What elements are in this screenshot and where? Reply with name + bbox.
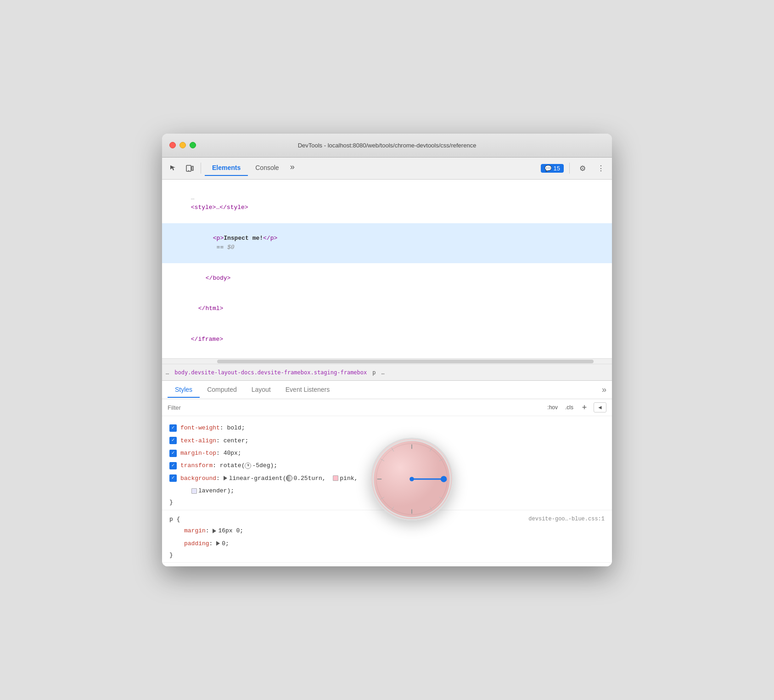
html-line-p[interactable]: <p>Inspect me!</p> == $0 bbox=[162, 223, 612, 263]
clock-svg bbox=[372, 438, 452, 520]
gear-icon: ⚙ bbox=[579, 164, 586, 173]
closing-brace-2: } bbox=[162, 550, 612, 560]
tab-styles[interactable]: Styles bbox=[168, 382, 200, 398]
checkbox-font-weight[interactable] bbox=[169, 424, 177, 432]
html-line-dots: … <style>…</style> bbox=[162, 183, 612, 223]
toolbar-more-tabs[interactable]: » bbox=[286, 160, 298, 176]
inspect-icon[interactable] bbox=[166, 161, 180, 175]
html-line-iframe: </iframe> bbox=[162, 324, 612, 355]
maximize-button[interactable] bbox=[190, 142, 196, 148]
chat-icon: 💬 bbox=[544, 165, 552, 172]
device-mode-icon[interactable] bbox=[182, 161, 197, 175]
collapse-button[interactable]: ◄ bbox=[594, 402, 606, 412]
title-bar: DevTools - localhost:8080/web/tools/chro… bbox=[162, 134, 612, 158]
color-swatch-lavender[interactable] bbox=[191, 488, 197, 494]
prop-value-font-weight[interactable]: bold bbox=[227, 423, 241, 433]
prop-value-margin-top[interactable]: 40px bbox=[224, 448, 238, 458]
notification-badge[interactable]: 💬 15 bbox=[541, 164, 564, 173]
prop-value-transform[interactable]: rotate(-5deg) bbox=[220, 460, 274, 471]
html-line-body: </body> bbox=[162, 263, 612, 294]
prop-name-text-align: text-align bbox=[180, 435, 216, 446]
html-panel: … <style>…</style> <p>Inspect me!</p> ==… bbox=[162, 180, 612, 359]
checkbox-transform[interactable] bbox=[169, 462, 177, 469]
color-swatch-pink[interactable] bbox=[333, 475, 338, 481]
tab-elements[interactable]: Elements bbox=[205, 160, 248, 176]
checkbox-margin-top[interactable] bbox=[169, 450, 177, 457]
rule2-selector: p { bbox=[169, 514, 180, 525]
html-line-html: </html> bbox=[162, 294, 612, 324]
notification-count: 15 bbox=[554, 165, 560, 172]
svg-point-18 bbox=[409, 477, 414, 482]
filter-bar: :hov .cls + ◄ bbox=[162, 399, 612, 416]
property-padding: padding : 0 ; bbox=[162, 537, 612, 550]
devtools-window: DevTools - localhost:8080/web/tools/chro… bbox=[162, 134, 612, 567]
checkbox-background[interactable] bbox=[169, 474, 177, 482]
more-options-button[interactable]: ⋮ bbox=[594, 161, 608, 175]
prop-name-font-weight: font-weight bbox=[180, 423, 220, 433]
prop-value-background[interactable]: linear-gradient(0.25turn, pink, bbox=[229, 473, 358, 484]
breadcrumb-more[interactable]: … bbox=[381, 369, 385, 376]
traffic-lights bbox=[169, 142, 196, 148]
svg-rect-1 bbox=[192, 166, 193, 170]
tab-console[interactable]: Console bbox=[248, 160, 286, 176]
breadcrumb-body[interactable]: body.devsite-layout-docs.devsite-framebo… bbox=[173, 368, 369, 377]
rule2-source-link[interactable]: devsite-goo…-blue.css:1 bbox=[528, 514, 605, 525]
tab-computed[interactable]: Computed bbox=[200, 382, 244, 398]
styles-tab-more[interactable]: » bbox=[602, 385, 606, 395]
filter-input[interactable] bbox=[168, 404, 542, 411]
html-scrollbar[interactable] bbox=[162, 359, 612, 364]
prop-value-lavender: lavender) bbox=[198, 485, 230, 496]
svg-point-2 bbox=[188, 170, 189, 171]
prop-value-padding[interactable]: 0 bbox=[222, 538, 225, 549]
clock-icon-inline[interactable] bbox=[245, 463, 251, 469]
breadcrumb-bar: … body.devsite-layout-docs.devsite-frame… bbox=[162, 364, 612, 381]
prop-name-margin-top: margin-top bbox=[180, 448, 216, 458]
clock-overlay[interactable] bbox=[370, 438, 453, 520]
expand-margin-icon[interactable] bbox=[213, 529, 216, 533]
ellipsis-icon: ⋮ bbox=[597, 164, 605, 173]
prop-name-background: background bbox=[180, 473, 216, 484]
property-font-weight: font-weight : bold ; bbox=[162, 422, 612, 434]
property-margin: margin : 16px 0 ; bbox=[162, 525, 612, 537]
hov-button[interactable]: :hov bbox=[545, 403, 560, 412]
prop-name-margin: margin bbox=[184, 525, 206, 536]
gradient-icon[interactable] bbox=[286, 475, 292, 481]
cls-button[interactable]: .cls bbox=[563, 403, 575, 412]
tab-event-listeners[interactable]: Event Listeners bbox=[278, 382, 337, 398]
prop-name-padding: padding bbox=[184, 538, 209, 549]
window-title: DevTools - localhost:8080/web/tools/chro… bbox=[298, 142, 477, 149]
prop-value-text-align[interactable]: center bbox=[224, 435, 245, 446]
filter-actions: :hov .cls + ◄ bbox=[545, 402, 606, 413]
toolbar-divider-2 bbox=[569, 163, 570, 174]
expand-background-icon[interactable] bbox=[224, 476, 227, 480]
css-panel: font-weight : bold ; text-align : center… bbox=[162, 416, 612, 566]
prop-name-transform: transform bbox=[180, 460, 213, 471]
breadcrumb-p[interactable]: p bbox=[370, 368, 377, 377]
breadcrumb-dots[interactable]: … bbox=[166, 369, 169, 376]
settings-icon[interactable]: ⚙ bbox=[575, 161, 590, 175]
svg-point-19 bbox=[441, 476, 447, 483]
style-tag: <style>…</style> bbox=[191, 204, 248, 211]
tab-layout[interactable]: Layout bbox=[244, 382, 278, 398]
toolbar-tabs: Elements Console » bbox=[205, 160, 539, 176]
checkbox-text-align[interactable] bbox=[169, 437, 177, 444]
add-style-button[interactable]: + bbox=[579, 402, 590, 413]
close-button[interactable] bbox=[169, 142, 176, 148]
styles-tabs: Styles Computed Layout Event Listeners » bbox=[162, 381, 612, 399]
clock-face bbox=[370, 438, 453, 520]
minimize-button[interactable] bbox=[179, 142, 186, 148]
expand-padding-icon[interactable] bbox=[216, 541, 220, 546]
prop-value-margin[interactable]: 16px 0 bbox=[218, 525, 240, 536]
expand-dots[interactable]: … bbox=[191, 194, 195, 201]
toolbar-divider bbox=[201, 163, 201, 174]
toolbar-right: 💬 15 ⚙ ⋮ bbox=[541, 161, 608, 175]
scrollbar-thumb[interactable] bbox=[217, 360, 594, 363]
devtools-toolbar: Elements Console » 💬 15 ⚙ ⋮ bbox=[162, 158, 612, 180]
